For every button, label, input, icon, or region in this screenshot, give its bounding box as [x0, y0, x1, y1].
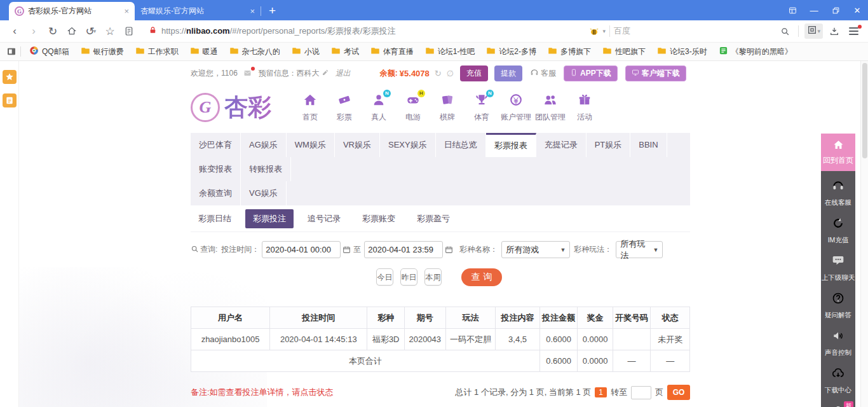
nav-item-gift[interactable]: 活动	[567, 93, 602, 123]
sub-tab[interactable]: 彩票盈亏	[409, 209, 458, 228]
bookmark-item[interactable]: 考试	[325, 46, 365, 57]
date-to-input[interactable]	[364, 241, 443, 258]
withdraw-button[interactable]: 提款	[494, 66, 522, 81]
play-type-select[interactable]: 所有玩法▼	[616, 241, 663, 258]
bookmark-item[interactable]: 《黎明前的黑暗》	[713, 46, 798, 57]
report-tab[interactable]: 沙巴体育	[191, 133, 241, 157]
sub-tab[interactable]: 彩票日结	[191, 209, 239, 228]
recharge-button[interactable]: 充值	[460, 66, 488, 81]
calendar-icon[interactable]	[342, 245, 351, 254]
menu-icon[interactable]	[846, 24, 861, 39]
client-download-button[interactable]: 客户端下载	[625, 66, 686, 81]
status-cell[interactable]: 未开奖	[651, 329, 690, 350]
home-icon[interactable]	[64, 24, 79, 39]
report-tab[interactable]: 日结总览	[436, 133, 486, 157]
favorite-star-icon[interactable]: ☆	[102, 24, 118, 39]
undo-icon[interactable]: ↺▾	[83, 24, 98, 39]
bookmark-item[interactable]: QQ邮箱	[24, 46, 75, 57]
goto-page-input[interactable]	[631, 386, 651, 399]
nav-item-ticket[interactable]: 彩票	[327, 93, 362, 123]
bookmark-item[interactable]: 小说	[286, 46, 325, 57]
report-tab[interactable]: 余额查询	[191, 181, 241, 205]
search-icon[interactable]	[777, 24, 792, 39]
close-button[interactable]: ✕	[846, 0, 868, 20]
report-tab[interactable]: AG娱乐	[241, 133, 287, 157]
report-tab[interactable]: SEXY娱乐	[380, 133, 436, 157]
report-tab[interactable]: 彩票报表	[486, 133, 536, 157]
report-tab[interactable]: 充提记录	[536, 133, 587, 157]
report-tab[interactable]: VR娱乐	[335, 133, 380, 157]
bookmark-item[interactable]: 体育直播	[365, 46, 419, 57]
refresh-icon[interactable]: ↻	[45, 24, 60, 39]
notes-panel-icon[interactable]	[3, 93, 17, 107]
bookmark-item[interactable]: 银行缴费	[75, 46, 130, 57]
yesterday-button[interactable]: 昨日	[400, 268, 417, 286]
sidebar-item-chat[interactable]: 上下级聊天	[822, 254, 855, 282]
report-tab[interactable]: PT娱乐	[587, 133, 631, 157]
sub-tab[interactable]: 彩票投注	[245, 209, 294, 228]
bookmark-item[interactable]: 杂七杂八的	[224, 46, 286, 57]
search-engine-label[interactable]: 百度	[614, 25, 775, 37]
notes-icon[interactable]	[121, 24, 137, 39]
back-to-home-button[interactable]: 回到首页	[821, 134, 855, 171]
back-icon[interactable]: ‹	[7, 24, 22, 39]
browser-tab-inactive[interactable]: 杏耀娱乐-官方网站 ×	[135, 2, 261, 20]
customer-service-link[interactable]: 客服	[530, 68, 556, 79]
minimize-button[interactable]: —	[803, 0, 825, 20]
browser-search-area[interactable]: ▾ 百度	[585, 24, 794, 39]
report-tab[interactable]: BBIN	[630, 133, 667, 157]
search-engine-caret-icon[interactable]: ▾	[602, 28, 606, 34]
site-logo[interactable]: G 杏彩	[191, 92, 271, 123]
favorites-star-icon[interactable]	[3, 70, 17, 84]
search-engine-icon[interactable]	[587, 24, 602, 39]
sidebar-item-service24[interactable]: 在线客服	[825, 179, 851, 207]
sidebar-panel-icon[interactable]	[782, 0, 803, 20]
sidebar-item-moneybag[interactable]: 新	[832, 404, 844, 407]
report-tab[interactable]: 转账报表	[241, 157, 291, 181]
bookmark-item[interactable]: 工作求职	[130, 46, 184, 57]
app-download-button[interactable]: APP下载	[564, 66, 618, 81]
page-scrollbar[interactable]	[860, 61, 868, 407]
current-page-badge[interactable]: 1	[595, 387, 607, 397]
screenshot-icon[interactable]: ▾	[804, 24, 823, 39]
refresh-balance-icon[interactable]: ↻	[435, 69, 442, 78]
message-envelope-icon[interactable]	[243, 69, 252, 77]
bookmark-item[interactable]: 多博旗下	[542, 46, 597, 57]
restore-button[interactable]	[825, 0, 846, 20]
nav-item-coin[interactable]: 账户管理	[499, 93, 533, 123]
hide-balance-icon[interactable]: ∅	[447, 69, 454, 78]
nav-item-team[interactable]: 团队管理	[533, 93, 567, 123]
this-week-button[interactable]: 本周	[424, 268, 442, 286]
logout-link[interactable]: 退出	[336, 68, 351, 79]
bookmark-item[interactable]: 论坛3-乐时	[651, 46, 713, 57]
nav-item-person[interactable]: N真人	[362, 93, 396, 123]
sub-tab[interactable]: 彩票账变	[355, 209, 403, 228]
sidebar-item-sound[interactable]: 声音控制	[825, 329, 851, 357]
go-button[interactable]: GO	[667, 385, 690, 400]
scrollbar-thumb[interactable]	[862, 63, 867, 158]
edit-icon[interactable]	[320, 69, 329, 78]
tab-close-icon[interactable]: ×	[250, 6, 255, 16]
lottery-name-select[interactable]: 所有游戏▼	[501, 241, 570, 258]
tab-close-icon[interactable]: ×	[124, 6, 129, 16]
date-from-input[interactable]	[262, 241, 341, 258]
sidebar-item-im-recharge[interactable]: IM充值	[828, 217, 849, 245]
nav-item-cards[interactable]: 棋牌	[430, 93, 465, 123]
nav-item-trophy[interactable]: N体育	[465, 93, 499, 123]
new-tab-button[interactable]: +	[269, 4, 276, 17]
download-icon[interactable]	[827, 24, 842, 39]
sub-tab[interactable]: 追号记录	[300, 209, 348, 228]
reading-list-icon[interactable]	[6, 46, 17, 57]
bookmark-item[interactable]: 暖通	[184, 46, 224, 57]
sidebar-item-question[interactable]: 疑问解答	[825, 292, 851, 320]
browser-tab-active[interactable]: G 杏彩娱乐-官方网站 ×	[9, 2, 135, 20]
bookmark-item[interactable]: 论坛2-多博	[480, 46, 542, 57]
bookmark-item[interactable]: 论坛1-性吧	[419, 46, 481, 57]
today-button[interactable]: 今日	[376, 268, 393, 286]
search-button[interactable]: 查询	[461, 268, 502, 286]
bookmark-item[interactable]: 性吧旗下	[597, 46, 651, 57]
sidebar-item-download[interactable]: 下载中心	[825, 367, 851, 395]
nav-item-home[interactable]: 首页	[293, 93, 327, 123]
nav-item-gamepad[interactable]: H电游	[396, 93, 430, 123]
report-tab[interactable]: WM娱乐	[287, 133, 335, 157]
